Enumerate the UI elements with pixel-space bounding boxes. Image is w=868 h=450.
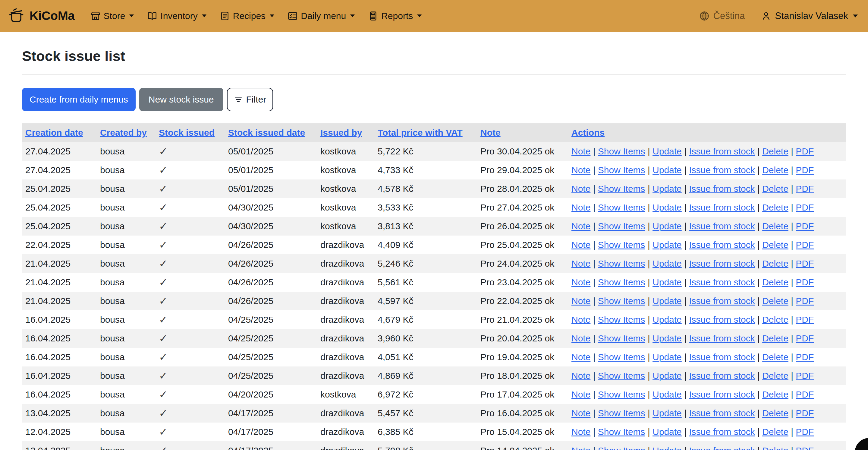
action-delete[interactable]: Delete bbox=[762, 427, 788, 437]
action-show-items[interactable]: Show Items bbox=[598, 165, 645, 175]
action-issue-from-stock[interactable]: Issue from stock bbox=[689, 389, 755, 399]
action-pdf[interactable]: PDF bbox=[796, 184, 814, 193]
nav-inventory[interactable]: Inventory bbox=[147, 11, 206, 21]
action-show-items[interactable]: Show Items bbox=[598, 408, 645, 418]
action-note[interactable]: Note bbox=[571, 408, 590, 418]
action-delete[interactable]: Delete bbox=[762, 184, 788, 193]
action-show-items[interactable]: Show Items bbox=[598, 240, 645, 250]
action-delete[interactable]: Delete bbox=[762, 240, 788, 250]
action-show-items[interactable]: Show Items bbox=[598, 296, 645, 306]
action-show-items[interactable]: Show Items bbox=[598, 221, 645, 231]
action-delete[interactable]: Delete bbox=[762, 446, 788, 450]
action-show-items[interactable]: Show Items bbox=[598, 146, 645, 156]
action-note[interactable]: Note bbox=[571, 259, 590, 268]
sort-stock-issued[interactable]: Stock issued bbox=[159, 127, 215, 138]
action-note[interactable]: Note bbox=[571, 240, 590, 250]
action-issue-from-stock[interactable]: Issue from stock bbox=[689, 408, 755, 418]
action-update[interactable]: Update bbox=[652, 389, 682, 399]
action-pdf[interactable]: PDF bbox=[796, 202, 814, 212]
action-note[interactable]: Note bbox=[571, 389, 590, 399]
action-pdf[interactable]: PDF bbox=[796, 427, 814, 437]
action-show-items[interactable]: Show Items bbox=[598, 277, 645, 287]
action-issue-from-stock[interactable]: Issue from stock bbox=[689, 146, 755, 156]
action-update[interactable]: Update bbox=[652, 259, 682, 268]
sort-total-price[interactable]: Total price with VAT bbox=[378, 127, 463, 138]
sort-creation-date[interactable]: Creation date bbox=[25, 127, 83, 138]
action-delete[interactable]: Delete bbox=[762, 333, 788, 343]
action-issue-from-stock[interactable]: Issue from stock bbox=[689, 446, 755, 450]
nav-reports[interactable]: Reports bbox=[368, 11, 422, 21]
action-note[interactable]: Note bbox=[571, 165, 590, 175]
action-pdf[interactable]: PDF bbox=[796, 446, 814, 450]
action-issue-from-stock[interactable]: Issue from stock bbox=[689, 221, 755, 231]
action-update[interactable]: Update bbox=[652, 202, 682, 212]
action-update[interactable]: Update bbox=[652, 277, 682, 287]
sort-stock-issued-date[interactable]: Stock issued date bbox=[228, 127, 305, 138]
action-show-items[interactable]: Show Items bbox=[598, 352, 645, 362]
action-note[interactable]: Note bbox=[571, 146, 590, 156]
filter-button[interactable]: Filter bbox=[227, 88, 273, 111]
sort-issued-by[interactable]: Issued by bbox=[320, 127, 362, 138]
action-show-items[interactable]: Show Items bbox=[598, 314, 645, 325]
action-pdf[interactable]: PDF bbox=[796, 146, 814, 156]
sort-note[interactable]: Note bbox=[480, 127, 501, 138]
user-menu[interactable]: Stanislav Valasek bbox=[761, 10, 858, 22]
action-delete[interactable]: Delete bbox=[762, 146, 788, 156]
action-pdf[interactable]: PDF bbox=[796, 408, 814, 418]
action-update[interactable]: Update bbox=[652, 146, 682, 156]
action-pdf[interactable]: PDF bbox=[796, 333, 814, 343]
nav-daily-menu[interactable]: Daily menu bbox=[287, 11, 355, 21]
action-pdf[interactable]: PDF bbox=[796, 259, 814, 268]
action-issue-from-stock[interactable]: Issue from stock bbox=[689, 202, 755, 212]
action-update[interactable]: Update bbox=[652, 221, 682, 231]
action-issue-from-stock[interactable]: Issue from stock bbox=[689, 352, 755, 362]
action-pdf[interactable]: PDF bbox=[796, 165, 814, 175]
action-issue-from-stock[interactable]: Issue from stock bbox=[689, 427, 755, 437]
action-show-items[interactable]: Show Items bbox=[598, 202, 645, 212]
action-update[interactable]: Update bbox=[652, 296, 682, 306]
action-note[interactable]: Note bbox=[571, 202, 590, 212]
action-update[interactable]: Update bbox=[652, 314, 682, 325]
action-note[interactable]: Note bbox=[571, 371, 590, 381]
action-note[interactable]: Note bbox=[571, 333, 590, 343]
action-issue-from-stock[interactable]: Issue from stock bbox=[689, 184, 755, 193]
action-issue-from-stock[interactable]: Issue from stock bbox=[689, 277, 755, 287]
action-delete[interactable]: Delete bbox=[762, 165, 788, 175]
action-show-items[interactable]: Show Items bbox=[598, 446, 645, 450]
action-show-items[interactable]: Show Items bbox=[598, 389, 645, 399]
action-issue-from-stock[interactable]: Issue from stock bbox=[689, 371, 755, 381]
action-update[interactable]: Update bbox=[652, 240, 682, 250]
action-update[interactable]: Update bbox=[652, 352, 682, 362]
action-pdf[interactable]: PDF bbox=[796, 314, 814, 325]
action-update[interactable]: Update bbox=[652, 184, 682, 193]
action-issue-from-stock[interactable]: Issue from stock bbox=[689, 259, 755, 268]
action-pdf[interactable]: PDF bbox=[796, 240, 814, 250]
action-update[interactable]: Update bbox=[652, 446, 682, 450]
action-note[interactable]: Note bbox=[571, 277, 590, 287]
action-delete[interactable]: Delete bbox=[762, 259, 788, 268]
language-switcher[interactable]: Čeština bbox=[699, 10, 745, 22]
action-delete[interactable]: Delete bbox=[762, 352, 788, 362]
action-pdf[interactable]: PDF bbox=[796, 277, 814, 287]
action-pdf[interactable]: PDF bbox=[796, 296, 814, 306]
action-delete[interactable]: Delete bbox=[762, 202, 788, 212]
action-delete[interactable]: Delete bbox=[762, 314, 788, 325]
action-note[interactable]: Note bbox=[571, 314, 590, 325]
nav-store[interactable]: Store bbox=[90, 11, 134, 21]
action-pdf[interactable]: PDF bbox=[796, 352, 814, 362]
action-note[interactable]: Note bbox=[571, 446, 590, 450]
action-update[interactable]: Update bbox=[652, 165, 682, 175]
action-note[interactable]: Note bbox=[571, 352, 590, 362]
sort-created-by[interactable]: Created by bbox=[100, 127, 147, 138]
action-note[interactable]: Note bbox=[571, 221, 590, 231]
action-delete[interactable]: Delete bbox=[762, 296, 788, 306]
action-show-items[interactable]: Show Items bbox=[598, 371, 645, 381]
action-note[interactable]: Note bbox=[571, 427, 590, 437]
action-pdf[interactable]: PDF bbox=[796, 221, 814, 231]
action-pdf[interactable]: PDF bbox=[796, 389, 814, 399]
brand-link[interactable]: KiCoMa bbox=[8, 7, 75, 24]
nav-recipes[interactable]: Recipes bbox=[220, 11, 274, 21]
action-delete[interactable]: Delete bbox=[762, 221, 788, 231]
action-update[interactable]: Update bbox=[652, 408, 682, 418]
action-show-items[interactable]: Show Items bbox=[598, 184, 645, 193]
